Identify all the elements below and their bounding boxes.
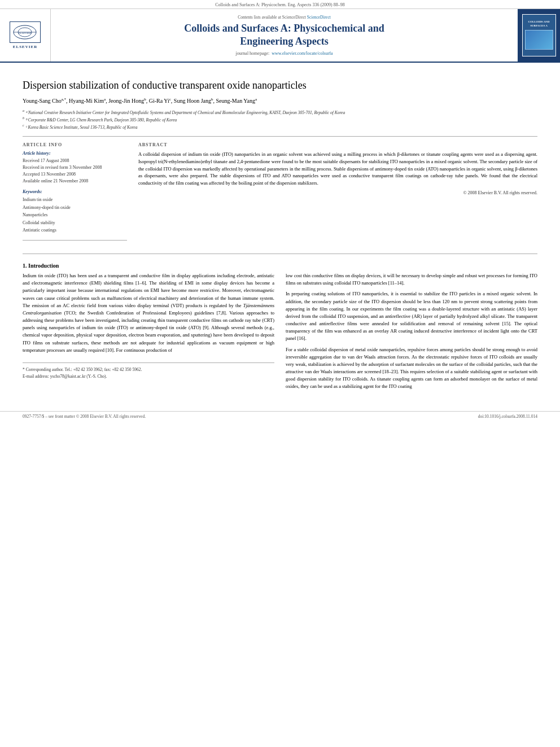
affiliation-a: a ᵃ National Creative Research Initiativ… <box>23 108 537 116</box>
received-date: Received 17 August 2008 <box>23 158 127 164</box>
affiliation-c: c ᶜ Korea Basic Science Institute, Seoul… <box>23 123 537 130</box>
body-divider <box>23 254 537 254</box>
elsevier-text: ELSEVIER <box>13 45 37 49</box>
authors: Young-Sang Choa,*, Hyang-Mi Kima, Jeong-… <box>23 97 537 104</box>
affiliations: a ᵃ National Creative Research Initiativ… <box>23 108 537 130</box>
body-two-col: Indium tin oxide (ITO) has been used as … <box>23 272 537 394</box>
affiliation-b: b ᵇ Corporate R&D Center, LG Chem Resear… <box>23 116 537 123</box>
keywords-list: Indium tin oxide Antimony-doped tin oxid… <box>23 196 127 234</box>
body-col-left: Indium tin oxide (ITO) has been used as … <box>23 272 274 394</box>
info-bottom-divider <box>23 240 127 241</box>
journal-cover-box: COLLOIDS AND SURFACES A <box>522 14 556 56</box>
accepted-date: Accepted 13 November 2008 <box>23 171 127 178</box>
article-info-col: ARTICLE INFO Article history: Received 1… <box>23 142 127 245</box>
footnote-area: * Corresponding author. Tel.: +82 42 350… <box>23 362 274 379</box>
journal-header-center: Contents lists available at ScienceDirec… <box>51 9 518 62</box>
journal-title: Colloids and Surfaces A: Physicochemical… <box>62 22 506 49</box>
footer-issn: 0927-7757/$ – see front matter © 2008 El… <box>23 414 146 419</box>
journal-cover: COLLOIDS AND SURFACES A <box>518 9 560 62</box>
article-title: Dispersion stabilization of conductive t… <box>23 80 537 91</box>
top-bar-text: Colloids and Surfaces A: Physicochem. En… <box>215 2 345 7</box>
homepage-link[interactable]: www.elsevier.com/locate/colsurfa <box>272 51 333 56</box>
keyword-2: Antimony-doped tin oxide <box>23 204 127 212</box>
sciencedirect-link[interactable]: ScienceDirect <box>307 15 331 20</box>
keyword-4: Colloidal stability <box>23 219 127 227</box>
footer-doi: doi:10.1016/j.colsurfa.2008.11.014 <box>478 414 537 419</box>
body-para-1: Indium tin oxide (ITO) has been used as … <box>23 272 274 354</box>
abstract-header: ABSTRACT <box>138 142 537 147</box>
info-abstract-section: ARTICLE INFO Article history: Received 1… <box>23 142 537 245</box>
body-col-right: low cost thin conductive films on displa… <box>286 272 537 394</box>
journal-homepage: journal homepage: www.elsevier.com/locat… <box>62 51 506 56</box>
cover-label: COLLOIDS AND SURFACES A <box>524 20 554 28</box>
article-history-dates: Received 17 August 2008 Received in revi… <box>23 158 127 185</box>
keyword-3: Nanoparticles <box>23 211 127 219</box>
article-history-label: Article history: <box>23 151 127 156</box>
keyword-5: Antistatic coatings <box>23 226 127 234</box>
footnote-corresponding: * Corresponding author. Tel.: +82 42 350… <box>23 366 274 373</box>
abstract-col: ABSTRACT A colloidal dispersion of indiu… <box>138 142 537 245</box>
journal-header-logo: ELSEVIER ELSEVIER <box>0 9 51 62</box>
elsevier-logo-box: ELSEVIER <box>10 21 41 43</box>
svg-text:ELSEVIER: ELSEVIER <box>18 32 31 34</box>
main-content: Dispersion stabilization of conductive t… <box>0 63 560 405</box>
body-para-col2-3: For a stable colloidal dispersion of met… <box>286 346 537 391</box>
footnote-email: E-mail address: yscho78@kaist.ac.kr (Y.-… <box>23 373 274 380</box>
body-para-col2-2: In preparing coating solutions of ITO na… <box>286 290 537 342</box>
elsevier-logo: ELSEVIER ELSEVIER <box>10 21 41 49</box>
keyword-1: Indium tin oxide <box>23 196 127 204</box>
article-info-header: ARTICLE INFO <box>23 142 127 147</box>
available-date: Available online 21 November 2008 <box>23 178 127 185</box>
keywords-label: Keywords: <box>23 189 127 194</box>
cover-image <box>525 30 553 50</box>
body-para-col2-1: low cost thin conductive films on displa… <box>286 272 537 287</box>
section1-title: 1. Introduction <box>23 263 537 269</box>
revised-date: Received in revised form 3 November 2008 <box>23 164 127 171</box>
copyright: © 2008 Elsevier B.V. All rights reserved… <box>138 190 537 195</box>
page: Colloids and Surfaces A: Physicochem. En… <box>0 0 560 747</box>
top-bar: Colloids and Surfaces A: Physicochem. En… <box>0 0 560 9</box>
footer-bar: 0927-7757/$ – see front matter © 2008 El… <box>0 411 560 421</box>
journal-header: ELSEVIER ELSEVIER Contents lists availab… <box>0 9 560 63</box>
abstract-text: A colloidal dispersion of indium tin oxi… <box>138 151 537 187</box>
contents-line: Contents lists available at ScienceDirec… <box>62 15 506 20</box>
header-divider <box>23 136 537 137</box>
